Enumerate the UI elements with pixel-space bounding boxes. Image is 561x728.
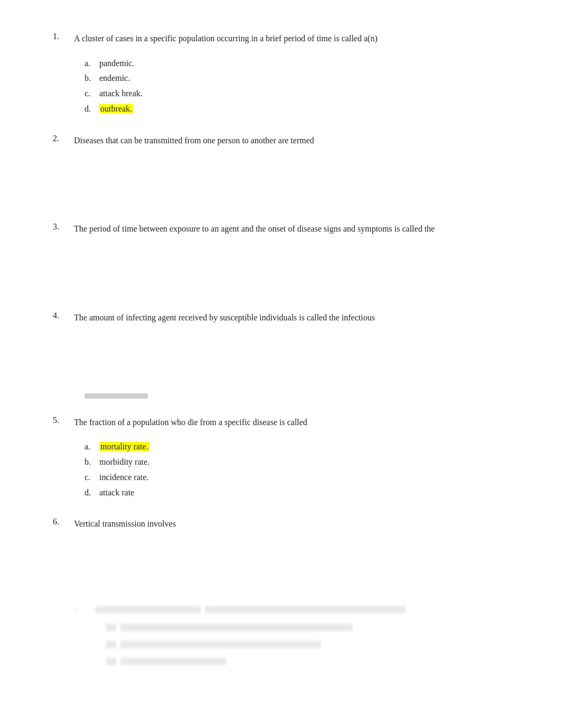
option-5b-letter: b. xyxy=(85,455,97,470)
option-5a: a. mortality rate. xyxy=(85,439,519,455)
option-5b-text: morbidity rate. xyxy=(99,457,149,466)
question-2-text: Diseases that can be transmitted from on… xyxy=(74,134,519,148)
option-1d: d. outbreak. xyxy=(85,102,519,117)
question-6: 6. Vertical transmission involves xyxy=(53,517,519,589)
option-5d-letter: d. xyxy=(85,485,97,501)
question-2-number: 2. xyxy=(53,134,74,148)
question-4: 4. The amount of infecting agent receive… xyxy=(53,311,519,399)
option-1a-letter: a. xyxy=(85,56,97,71)
blurred-q7-opt3 xyxy=(106,658,519,670)
option-1a: a. pandemic. xyxy=(85,56,519,71)
option-5c: c. incidence rate. xyxy=(85,470,519,485)
option-1c: c. attack break. xyxy=(85,86,519,102)
option-5c-text: incidence rate. xyxy=(99,473,148,482)
blurred-q7-number: 7. xyxy=(74,607,95,617)
option-1a-text: pandemic. xyxy=(99,59,134,68)
option-1d-letter: d. xyxy=(85,102,97,117)
question-6-number: 6. xyxy=(53,517,74,531)
question-1-options: a. pandemic. b. endemic. c. attack break… xyxy=(53,56,519,117)
redacted-bar-4-line xyxy=(85,393,148,399)
question-5-text: The fraction of a population who die fro… xyxy=(74,416,519,429)
question-5-number: 5. xyxy=(53,416,74,429)
blurred-q7-line2 xyxy=(205,606,406,613)
question-3-text: The period of time between exposure to a… xyxy=(74,222,519,236)
option-1b-letter: b. xyxy=(85,71,97,86)
option-5d-text: attack rate xyxy=(99,488,134,497)
option-5c-letter: c. xyxy=(85,470,97,485)
blurred-question-7: 7. xyxy=(53,606,519,670)
blurred-opt2-letter xyxy=(106,641,116,648)
redacted-bar-4 xyxy=(85,393,519,399)
blurred-q7-opt1 xyxy=(106,624,519,637)
question-4-text: The amount of infecting agent received b… xyxy=(74,311,519,325)
blurred-q7-options xyxy=(74,624,519,670)
question-4-number: 4. xyxy=(53,311,74,325)
question-2-spacer xyxy=(53,158,519,205)
blurred-opt3-text xyxy=(120,658,226,665)
blurred-opt1-text xyxy=(120,624,353,631)
question-4-spacer xyxy=(53,335,519,383)
question-3-number: 3. xyxy=(53,222,74,236)
option-1c-letter: c. xyxy=(85,86,97,102)
question-5: 5. The fraction of a population who die … xyxy=(53,416,519,501)
option-1c-text: attack break. xyxy=(99,89,143,98)
blurred-q7-opt2 xyxy=(106,641,519,653)
blurred-q7-line1 xyxy=(95,606,201,613)
question-3: 3. The period of time between exposure t… xyxy=(53,222,519,294)
option-1d-text: outbreak. xyxy=(99,104,133,113)
option-1b-text: endemic. xyxy=(99,73,130,82)
blurred-opt2-text xyxy=(120,641,321,648)
option-5a-letter: a. xyxy=(85,439,97,455)
blurred-q7-title-area xyxy=(95,606,406,619)
question-1-number: 1. xyxy=(53,32,74,45)
option-1b: b. endemic. xyxy=(85,71,519,86)
question-1-text: A cluster of cases in a specific populat… xyxy=(74,32,519,45)
option-5d: d. attack rate xyxy=(85,485,519,501)
question-6-spacer xyxy=(53,541,519,589)
option-5b: b. morbidity rate. xyxy=(85,455,519,470)
question-2: 2. Diseases that can be transmitted from… xyxy=(53,134,519,206)
blurred-opt3-letter xyxy=(106,658,116,665)
question-3-spacer xyxy=(53,246,519,294)
blurred-opt1-letter xyxy=(106,624,116,631)
question-1: 1. A cluster of cases in a specific popu… xyxy=(53,32,519,117)
question-6-text: Vertical transmission involves xyxy=(74,517,519,531)
question-5-options: a. mortality rate. b. morbidity rate. c.… xyxy=(53,439,519,500)
option-5a-text: mortality rate. xyxy=(99,442,149,451)
